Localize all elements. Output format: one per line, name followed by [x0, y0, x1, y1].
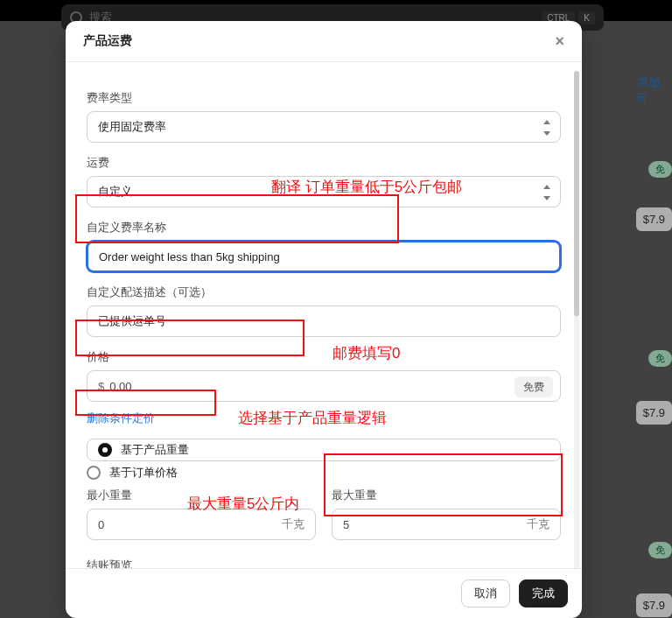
custom-desc-label: 自定义配送描述（可选）: [87, 284, 561, 300]
price-value: 0.00: [109, 380, 131, 393]
rate-type-value: 使用固定费率: [98, 119, 166, 135]
radio-weight-label: 基于产品重量: [121, 442, 189, 458]
max-weight-label: 最大重量: [332, 488, 561, 503]
radio-by-weight[interactable]: 基于产品重量: [87, 439, 561, 461]
modal-footer: 取消 完成: [66, 568, 582, 618]
chevron-updown-icon: [541, 182, 553, 203]
modal-body: 费率类型 使用固定费率 运费 自定义 自定义费率名称 自定义配送描述（可选） 价…: [66, 62, 582, 568]
custom-desc-input[interactable]: [87, 305, 561, 337]
cancel-label: 取消: [474, 586, 497, 601]
preview-label: 结账预览: [87, 558, 561, 568]
modal-header: 产品运费 ×: [66, 21, 582, 62]
radio-dot-empty-icon: [87, 466, 101, 480]
price-input[interactable]: $ 0.00 免费: [87, 370, 561, 402]
free-pill: 免费: [514, 376, 553, 397]
max-weight-input[interactable]: 5 千克: [332, 509, 561, 540]
rate-type-select[interactable]: 使用固定费率: [87, 111, 561, 143]
radio-by-price[interactable]: 基于订单价格: [87, 461, 561, 484]
done-label: 完成: [532, 586, 555, 601]
custom-name-input[interactable]: [87, 241, 561, 272]
shipping-label: 运费: [87, 155, 561, 171]
scrollbar-thumb[interactable]: [574, 71, 579, 316]
price-label: 价格: [87, 349, 561, 365]
min-weight-label: 最小重量: [87, 488, 316, 503]
currency-symbol: $: [98, 380, 104, 393]
min-weight-input[interactable]: 0 千克: [87, 509, 316, 540]
radio-dot-selected-icon: [98, 443, 112, 457]
shipping-select[interactable]: 自定义: [87, 176, 561, 207]
done-button[interactable]: 完成: [519, 579, 568, 607]
custom-name-label: 自定义费率名称: [87, 220, 561, 235]
cancel-button[interactable]: 取消: [461, 579, 510, 607]
weight-unit: 千克: [527, 516, 550, 532]
close-icon[interactable]: ×: [555, 33, 564, 49]
shipping-rate-modal: 产品运费 × 费率类型 使用固定费率 运费 自定义 自定义费率名称 自定义配送描…: [66, 21, 582, 618]
condition-radios: 基于产品重量 基于订单价格: [87, 439, 561, 484]
min-weight-value: 0: [98, 518, 104, 531]
chevron-updown-icon: [541, 117, 553, 138]
rate-type-label: 费率类型: [87, 90, 561, 106]
radio-price-label: 基于订单价格: [109, 465, 178, 481]
remove-condition-link[interactable]: 删除条件定价: [87, 411, 155, 426]
weight-unit: 千克: [282, 516, 304, 532]
max-weight-value: 5: [343, 518, 349, 531]
shipping-value: 自定义: [98, 184, 132, 200]
modal-title: 产品运费: [83, 33, 132, 49]
